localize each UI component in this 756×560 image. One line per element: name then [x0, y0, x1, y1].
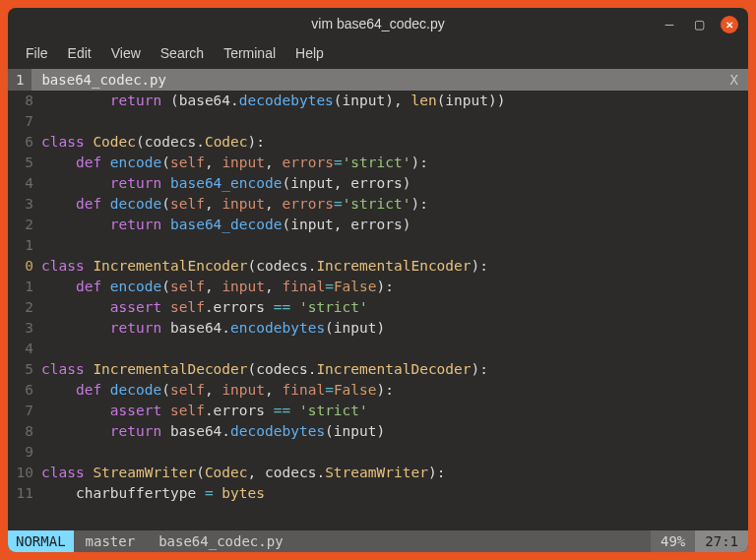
code-content: def encode(self, input, errors='strict')… [41, 153, 428, 173]
status-filename: base64_codec.py [147, 530, 294, 552]
line-number: 8 [8, 421, 41, 442]
menu-view[interactable]: View [103, 43, 149, 63]
status-position: 27:1 [695, 530, 748, 552]
close-button[interactable] [721, 16, 738, 33]
code-content: def decode(self, input, errors='strict')… [41, 194, 428, 215]
window-title: vim base64_codec.py [311, 16, 444, 31]
code-content: return base64.decodebytes(input) [41, 421, 385, 442]
vim-tabbar: 1 base64_codec.py X [8, 69, 748, 91]
code-line: 4 [8, 339, 748, 359]
code-line: 11 charbuffertype = bytes [8, 483, 748, 504]
code-line: 2 return base64_decode(input, errors) [8, 215, 748, 235]
terminal-window: vim base64_codec.py FileEditViewSearchTe… [8, 8, 748, 552]
line-number: 2 [8, 297, 41, 318]
code-line: 7 assert self.errors == 'strict' [8, 401, 748, 421]
code-line: 1 [8, 235, 748, 256]
titlebar: vim base64_codec.py [8, 8, 748, 39]
editor-area[interactable]: 8 return (base64.decodebytes(input), len… [8, 91, 748, 530]
status-spacer [295, 530, 651, 552]
line-number: 4 [8, 339, 41, 359]
menu-search[interactable]: Search [153, 43, 212, 63]
code-line: 1 def encode(self, input, final=False): [8, 277, 748, 297]
menu-terminal[interactable]: Terminal [216, 43, 284, 63]
line-number: 7 [8, 111, 41, 132]
code-line: 4 return base64_encode(input, errors) [8, 173, 748, 194]
code-line: 5 def encode(self, input, errors='strict… [8, 153, 748, 173]
code-content: class Codec(codecs.Codec): [41, 132, 265, 153]
line-number: 4 [8, 173, 41, 194]
window-controls [662, 16, 738, 33]
code-content: return base64_encode(input, errors) [41, 173, 410, 194]
code-content: assert self.errors == 'strict' [41, 297, 368, 318]
code-line: 0class IncrementalEncoder(codecs.Increme… [8, 256, 748, 277]
tab-close-button[interactable]: X [721, 69, 748, 91]
code-line: 6class Codec(codecs.Codec): [8, 132, 748, 153]
code-line: 5class IncrementalDecoder(codecs.Increme… [8, 359, 748, 380]
status-percent: 49% [651, 530, 695, 552]
line-number: 7 [8, 401, 41, 421]
minimize-button[interactable] [662, 17, 677, 32]
code-content: def decode(self, input, final=False): [41, 380, 394, 401]
code-content: class IncrementalDecoder(codecs.Incremen… [41, 359, 488, 380]
menu-help[interactable]: Help [287, 43, 332, 63]
line-number: 6 [8, 380, 41, 401]
line-number: 9 [8, 442, 41, 463]
line-number: 0 [8, 256, 41, 277]
line-number: 5 [8, 359, 41, 380]
line-number: 5 [8, 153, 41, 173]
status-branch: master [74, 530, 148, 552]
menubar: FileEditViewSearchTerminalHelp [8, 39, 748, 69]
status-mode: NORMAL [8, 530, 74, 552]
line-number: 6 [8, 132, 41, 153]
code-content: assert self.errors == 'strict' [41, 401, 368, 421]
code-line: 3 return base64.encodebytes(input) [8, 318, 748, 339]
line-number: 8 [8, 91, 41, 111]
tab-index[interactable]: 1 [8, 69, 32, 91]
code-line: 2 assert self.errors == 'strict' [8, 297, 748, 318]
statusbar: NORMAL master base64_codec.py 49% 27:1 [8, 530, 748, 552]
line-number: 2 [8, 215, 41, 235]
tab-filename[interactable]: base64_codec.py [32, 69, 720, 91]
code-line: 8 return base64.decodebytes(input) [8, 421, 748, 442]
line-number: 1 [8, 277, 41, 297]
menu-edit[interactable]: Edit [60, 43, 99, 63]
code-content: def encode(self, input, final=False): [41, 277, 394, 297]
code-line: 7 [8, 111, 748, 132]
code-content: return (base64.decodebytes(input), len(i… [41, 91, 505, 111]
line-number: 1 [8, 235, 41, 256]
code-line: 3 def decode(self, input, errors='strict… [8, 194, 748, 215]
line-number: 3 [8, 194, 41, 215]
code-content: class IncrementalEncoder(codecs.Incremen… [41, 256, 488, 277]
code-content: return base64_decode(input, errors) [41, 215, 410, 235]
code-line: 6 def decode(self, input, final=False): [8, 380, 748, 401]
maximize-button[interactable] [691, 17, 707, 32]
code-line: 10class StreamWriter(Codec, codecs.Strea… [8, 463, 748, 483]
menu-file[interactable]: File [18, 43, 56, 63]
line-number: 11 [8, 483, 41, 504]
code-content: charbuffertype = bytes [41, 483, 265, 504]
code-line: 8 return (base64.decodebytes(input), len… [8, 91, 748, 111]
code-content: return base64.encodebytes(input) [41, 318, 385, 339]
line-number: 3 [8, 318, 41, 339]
line-number: 10 [8, 463, 41, 483]
code-content: class StreamWriter(Codec, codecs.StreamW… [41, 463, 445, 483]
code-line: 9 [8, 442, 748, 463]
